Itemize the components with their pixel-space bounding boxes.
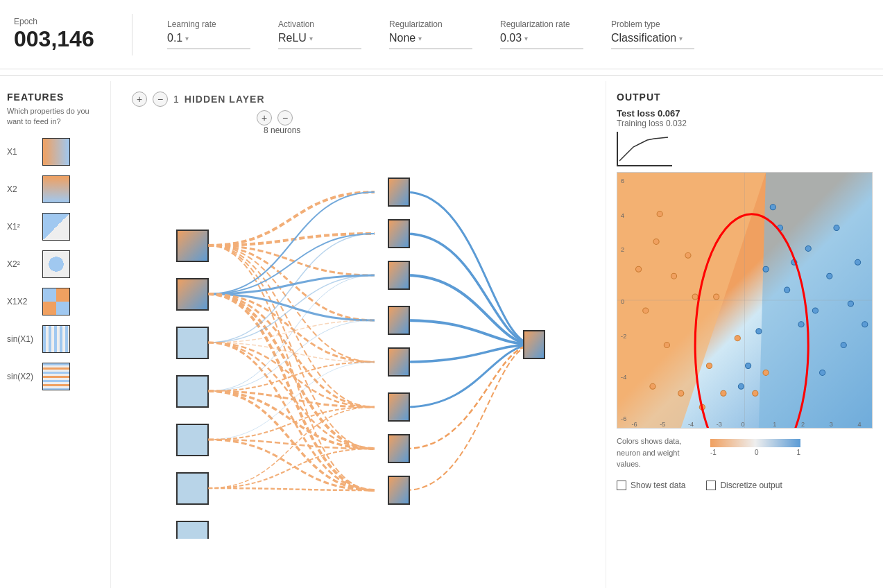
feature-x12[interactable]: X1² (7, 213, 103, 241)
feature-sinx2-thumb (42, 363, 70, 390)
hidden-neuron-6 (388, 393, 409, 421)
header: Epoch 003,146 Learning rate 0.1 ▾ Activa… (0, 0, 883, 69)
learning-rate-value: 0.1 (167, 32, 182, 44)
svg-point-42 (848, 301, 853, 306)
regularization-rate-value: 0.03 (500, 32, 522, 44)
train-loss-value: 0.032 (666, 119, 687, 128)
regularization-rate-select[interactable]: 0.03 ▾ (500, 32, 583, 44)
train-loss-display: Training loss 0.032 (617, 119, 873, 128)
discretize-output-checkbox[interactable] (706, 481, 716, 490)
svg-text:-4: -4 (688, 421, 694, 428)
feature-x2-thumb (42, 175, 70, 203)
problem-type-arrow[interactable]: ▾ (679, 35, 683, 42)
learning-rate-control: Learning rate 0.1 ▾ (167, 19, 250, 49)
feature-x2[interactable]: X2 (7, 175, 103, 203)
hidden-neuron-1 (388, 178, 409, 206)
feature-x1[interactable]: X1 (7, 138, 103, 166)
svg-point-46 (798, 322, 804, 327)
color-legend-text: Colors shows data, neuron and weight val… (617, 435, 700, 470)
activation-control: Activation ReLU ▾ (278, 19, 361, 49)
svg-text:0: 0 (621, 298, 624, 305)
bottom-controls: Show test data Discretize output (617, 481, 873, 490)
regularization-rate-control: Regularization rate 0.03 ▾ (500, 19, 583, 49)
test-loss-display: Test loss 0.067 (617, 108, 873, 119)
network-svg (111, 102, 583, 539)
color-bar: -1 0 1 (710, 439, 800, 456)
input-node-x2 (177, 279, 208, 310)
show-test-data-checkbox[interactable] (617, 481, 626, 490)
learning-rate-label: Learning rate (167, 19, 250, 29)
svg-text:3: 3 (830, 421, 833, 428)
gradient-bar (710, 439, 800, 447)
feature-sinx2[interactable]: sin(X2) (7, 363, 103, 390)
feature-x1x2[interactable]: X1X2 (7, 288, 103, 315)
feature-x22-label: X2² (7, 259, 38, 269)
epoch-label: Epoch (14, 17, 97, 26)
input-node-sinx1 (177, 473, 208, 504)
svg-point-45 (820, 370, 825, 375)
svg-point-38 (827, 273, 832, 279)
regularization-arrow[interactable]: ▾ (418, 35, 422, 42)
output-visualization: 6 4 2 0 -2 -4 -6 -6 -5 -4 -3 0 1 2 3 4 (617, 172, 873, 429)
svg-text:6: 6 (621, 178, 624, 184)
svg-point-32 (636, 266, 642, 272)
test-loss-value: 0.067 (658, 108, 680, 119)
svg-point-31 (657, 211, 662, 217)
regularization-label: Regularization (389, 19, 472, 29)
epoch-section: Epoch 003,146 (14, 17, 97, 52)
svg-point-25 (692, 294, 698, 300)
svg-point-40 (834, 225, 839, 231)
input-node-x12 (177, 327, 208, 358)
feature-sinx1[interactable]: sin(X1) (7, 325, 103, 353)
svg-point-28 (721, 390, 726, 396)
tick-minus1: -1 (710, 449, 717, 456)
feature-x22[interactable]: X2² (7, 250, 103, 278)
svg-point-52 (756, 329, 762, 334)
input-node-x1x2 (177, 424, 208, 456)
problem-type-value: Classification (611, 32, 676, 44)
show-test-data-control[interactable]: Show test data (617, 481, 685, 490)
output-title: OUTPUT (617, 92, 873, 103)
svg-point-53 (738, 383, 744, 389)
feature-x2-label: X2 (7, 184, 38, 194)
hidden-neuron-7 (388, 435, 409, 462)
svg-point-33 (735, 336, 740, 341)
activation-arrow[interactable]: ▾ (309, 35, 313, 42)
regularization-select[interactable]: None ▾ (389, 32, 472, 44)
feature-x1x2-thumb (42, 288, 70, 315)
show-test-data-label: Show test data (631, 481, 685, 490)
problem-type-label: Problem type (611, 19, 694, 29)
tick-zero: 0 (755, 449, 759, 456)
feature-sinx1-thumb (42, 325, 70, 353)
color-legend: Colors shows data, neuron and weight val… (617, 435, 873, 470)
input-node-x1 (177, 230, 208, 261)
input-node-x22 (177, 376, 208, 407)
svg-text:4: 4 (858, 421, 861, 428)
regularization-value: None (389, 32, 415, 44)
svg-text:-4: -4 (621, 374, 626, 381)
svg-text:1: 1 (773, 421, 776, 428)
activation-select[interactable]: ReLU ▾ (278, 32, 361, 44)
problem-type-select[interactable]: Classification ▾ (611, 32, 694, 44)
feature-sinx2-label: sin(X2) (7, 372, 38, 381)
svg-text:0: 0 (741, 421, 744, 428)
learning-rate-select[interactable]: 0.1 ▾ (167, 32, 250, 44)
regularization-rate-label: Regularization rate (500, 19, 583, 29)
regularization-rate-arrow[interactable]: ▾ (524, 35, 528, 42)
feature-x12-label: X1² (7, 222, 38, 232)
feature-x1-thumb (42, 138, 70, 166)
svg-text:-3: -3 (717, 421, 722, 428)
hidden-neuron-8 (388, 476, 409, 504)
tick-plus1: 1 (796, 449, 800, 456)
svg-point-47 (855, 259, 861, 265)
output-node (524, 331, 545, 358)
svg-point-26 (706, 363, 712, 369)
discretize-output-label: Discretize output (720, 481, 782, 490)
svg-point-34 (714, 294, 719, 300)
feature-x1-label: X1 (7, 147, 38, 157)
feature-x12-thumb (42, 213, 70, 241)
svg-point-29 (650, 383, 655, 389)
discretize-output-control[interactable]: Discretize output (706, 481, 782, 490)
hidden-neuron-4 (388, 306, 409, 334)
learning-rate-arrow[interactable]: ▾ (185, 35, 189, 42)
